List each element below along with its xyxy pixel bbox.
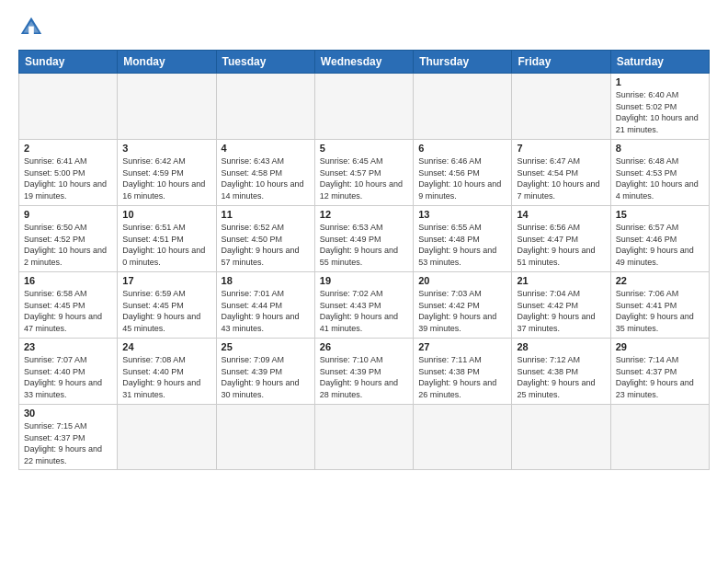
- calendar-cell: [314, 74, 413, 140]
- day-info: Sunrise: 6:43 AM Sunset: 4:58 PM Dayligh…: [222, 155, 310, 201]
- day-number: 11: [222, 209, 310, 220]
- day-number: 13: [418, 209, 506, 220]
- calendar-cell: 2Sunrise: 6:41 AM Sunset: 5:00 PM Daylig…: [19, 140, 118, 206]
- day-info: Sunrise: 6:40 AM Sunset: 5:02 PM Dayligh…: [616, 89, 704, 135]
- day-number: 28: [517, 341, 605, 352]
- weekday-header: Monday: [118, 51, 216, 74]
- day-info: Sunrise: 7:10 AM Sunset: 4:39 PM Dayligh…: [320, 354, 408, 400]
- day-info: Sunrise: 7:15 AM Sunset: 4:37 PM Dayligh…: [24, 420, 112, 466]
- calendar-cell: 14Sunrise: 6:56 AM Sunset: 4:47 PM Dayli…: [512, 206, 610, 272]
- day-number: 3: [122, 143, 210, 154]
- day-info: Sunrise: 6:52 AM Sunset: 4:50 PM Dayligh…: [222, 222, 310, 268]
- calendar-cell: [216, 74, 314, 140]
- day-number: 18: [222, 275, 310, 286]
- day-number: 5: [320, 143, 408, 154]
- day-number: 2: [24, 143, 112, 154]
- day-info: Sunrise: 7:07 AM Sunset: 4:40 PM Dayligh…: [24, 354, 112, 400]
- calendar-cell: 28Sunrise: 7:12 AM Sunset: 4:38 PM Dayli…: [512, 339, 610, 405]
- day-info: Sunrise: 7:11 AM Sunset: 4:38 PM Dayligh…: [418, 354, 506, 400]
- day-number: 6: [418, 143, 506, 154]
- day-info: Sunrise: 7:14 AM Sunset: 4:37 PM Dayligh…: [616, 354, 704, 400]
- day-info: Sunrise: 6:45 AM Sunset: 4:57 PM Dayligh…: [320, 155, 408, 201]
- calendar-cell: [610, 405, 709, 470]
- calendar-cell: [118, 74, 216, 140]
- day-info: Sunrise: 7:04 AM Sunset: 4:42 PM Dayligh…: [517, 288, 605, 334]
- calendar-cell: [19, 74, 118, 140]
- day-number: 29: [616, 341, 704, 352]
- header: [18, 15, 710, 40]
- calendar-cell: 22Sunrise: 7:06 AM Sunset: 4:41 PM Dayli…: [610, 272, 709, 339]
- calendar-cell: 30Sunrise: 7:15 AM Sunset: 4:37 PM Dayli…: [19, 405, 118, 470]
- calendar-cell: 27Sunrise: 7:11 AM Sunset: 4:38 PM Dayli…: [414, 339, 512, 405]
- day-number: 27: [418, 341, 506, 352]
- day-number: 10: [122, 209, 210, 220]
- calendar-cell: 16Sunrise: 6:58 AM Sunset: 4:45 PM Dayli…: [19, 272, 118, 339]
- svg-rect-2: [28, 27, 34, 34]
- day-info: Sunrise: 7:03 AM Sunset: 4:42 PM Dayligh…: [418, 288, 506, 334]
- calendar-header: SundayMondayTuesdayWednesdayThursdayFrid…: [19, 51, 710, 74]
- calendar-cell: 23Sunrise: 7:07 AM Sunset: 4:40 PM Dayli…: [19, 339, 118, 405]
- day-info: Sunrise: 6:46 AM Sunset: 4:56 PM Dayligh…: [418, 155, 506, 201]
- day-info: Sunrise: 6:48 AM Sunset: 4:53 PM Dayligh…: [616, 155, 704, 201]
- calendar-body: 1Sunrise: 6:40 AM Sunset: 5:02 PM Daylig…: [19, 74, 710, 470]
- day-info: Sunrise: 6:53 AM Sunset: 4:49 PM Dayligh…: [320, 222, 408, 268]
- day-info: Sunrise: 7:09 AM Sunset: 4:39 PM Dayligh…: [222, 354, 310, 400]
- day-number: 8: [616, 143, 704, 154]
- calendar-cell: 1Sunrise: 6:40 AM Sunset: 5:02 PM Daylig…: [610, 74, 709, 140]
- calendar-cell: 12Sunrise: 6:53 AM Sunset: 4:49 PM Dayli…: [314, 206, 413, 272]
- day-number: 21: [517, 275, 605, 286]
- page: SundayMondayTuesdayWednesdayThursdayFrid…: [0, 0, 728, 563]
- day-number: 9: [24, 209, 112, 220]
- day-number: 25: [222, 341, 310, 352]
- calendar-cell: 3Sunrise: 6:42 AM Sunset: 4:59 PM Daylig…: [118, 140, 216, 206]
- calendar-cell: 7Sunrise: 6:47 AM Sunset: 4:54 PM Daylig…: [512, 140, 610, 206]
- day-number: 12: [320, 209, 408, 220]
- calendar-cell: 17Sunrise: 6:59 AM Sunset: 4:45 PM Dayli…: [118, 272, 216, 339]
- calendar-cell: 24Sunrise: 7:08 AM Sunset: 4:40 PM Dayli…: [118, 339, 216, 405]
- day-info: Sunrise: 6:57 AM Sunset: 4:46 PM Dayligh…: [616, 222, 704, 268]
- calendar-cell: [512, 74, 610, 140]
- calendar-cell: 8Sunrise: 6:48 AM Sunset: 4:53 PM Daylig…: [610, 140, 709, 206]
- day-number: 26: [320, 341, 408, 352]
- weekday-header: Wednesday: [314, 51, 413, 74]
- calendar-week-row: 30Sunrise: 7:15 AM Sunset: 4:37 PM Dayli…: [19, 405, 710, 470]
- calendar-cell: [216, 405, 314, 470]
- calendar-cell: 15Sunrise: 6:57 AM Sunset: 4:46 PM Dayli…: [610, 206, 709, 272]
- calendar-cell: 19Sunrise: 7:02 AM Sunset: 4:43 PM Dayli…: [314, 272, 413, 339]
- calendar-cell: 21Sunrise: 7:04 AM Sunset: 4:42 PM Dayli…: [512, 272, 610, 339]
- day-number: 16: [24, 275, 112, 286]
- day-info: Sunrise: 7:02 AM Sunset: 4:43 PM Dayligh…: [320, 288, 408, 334]
- calendar-table: SundayMondayTuesdayWednesdayThursdayFrid…: [18, 50, 710, 470]
- day-info: Sunrise: 7:12 AM Sunset: 4:38 PM Dayligh…: [517, 354, 605, 400]
- day-info: Sunrise: 7:01 AM Sunset: 4:44 PM Dayligh…: [222, 288, 310, 334]
- day-info: Sunrise: 6:56 AM Sunset: 4:47 PM Dayligh…: [517, 222, 605, 268]
- day-number: 22: [616, 275, 704, 286]
- weekday-header: Sunday: [19, 51, 118, 74]
- day-number: 14: [517, 209, 605, 220]
- header-row: SundayMondayTuesdayWednesdayThursdayFrid…: [19, 51, 710, 74]
- calendar-week-row: 16Sunrise: 6:58 AM Sunset: 4:45 PM Dayli…: [19, 272, 710, 339]
- calendar-week-row: 9Sunrise: 6:50 AM Sunset: 4:52 PM Daylig…: [19, 206, 710, 272]
- day-info: Sunrise: 6:47 AM Sunset: 4:54 PM Dayligh…: [517, 155, 605, 201]
- day-number: 23: [24, 341, 112, 352]
- calendar-week-row: 1Sunrise: 6:40 AM Sunset: 5:02 PM Daylig…: [19, 74, 710, 140]
- day-info: Sunrise: 6:59 AM Sunset: 4:45 PM Dayligh…: [122, 288, 210, 334]
- calendar-cell: [314, 405, 413, 470]
- calendar-cell: 5Sunrise: 6:45 AM Sunset: 4:57 PM Daylig…: [314, 140, 413, 206]
- day-number: 1: [616, 76, 704, 87]
- day-number: 17: [122, 275, 210, 286]
- calendar-cell: 29Sunrise: 7:14 AM Sunset: 4:37 PM Dayli…: [610, 339, 709, 405]
- calendar-cell: 10Sunrise: 6:51 AM Sunset: 4:51 PM Dayli…: [118, 206, 216, 272]
- day-info: Sunrise: 6:55 AM Sunset: 4:48 PM Dayligh…: [418, 222, 506, 268]
- day-number: 24: [122, 341, 210, 352]
- calendar-cell: 13Sunrise: 6:55 AM Sunset: 4:48 PM Dayli…: [414, 206, 512, 272]
- calendar-week-row: 23Sunrise: 7:07 AM Sunset: 4:40 PM Dayli…: [19, 339, 710, 405]
- calendar-cell: 6Sunrise: 6:46 AM Sunset: 4:56 PM Daylig…: [414, 140, 512, 206]
- calendar-cell: 26Sunrise: 7:10 AM Sunset: 4:39 PM Dayli…: [314, 339, 413, 405]
- day-info: Sunrise: 7:06 AM Sunset: 4:41 PM Dayligh…: [616, 288, 704, 334]
- day-number: 4: [222, 143, 310, 154]
- calendar-cell: [414, 74, 512, 140]
- weekday-header: Saturday: [610, 51, 709, 74]
- weekday-header: Thursday: [414, 51, 512, 74]
- calendar-week-row: 2Sunrise: 6:41 AM Sunset: 5:00 PM Daylig…: [19, 140, 710, 206]
